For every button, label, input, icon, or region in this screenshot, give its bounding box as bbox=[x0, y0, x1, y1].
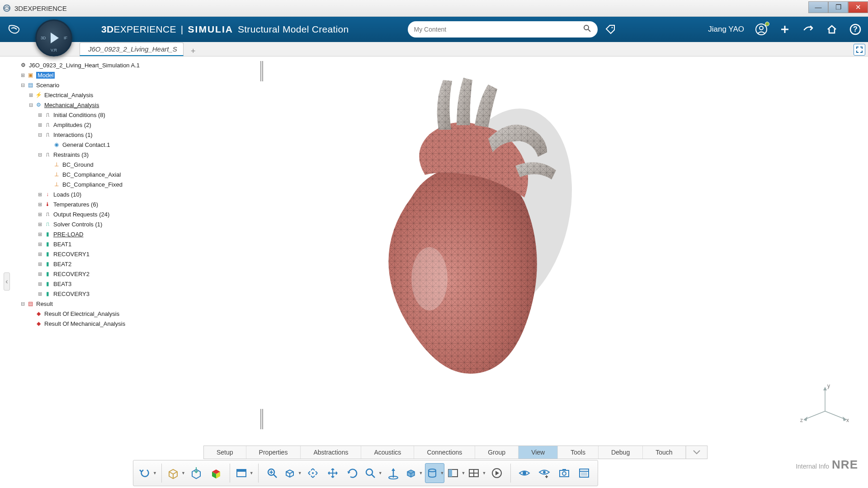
tree-expander[interactable]: ⊞ bbox=[37, 231, 42, 237]
tree-expander[interactable]: ⊞ bbox=[37, 202, 42, 207]
capture-button[interactable] bbox=[555, 463, 573, 483]
tree-expander[interactable]: ⊞ bbox=[37, 211, 42, 217]
tree-bc2[interactable]: BC_Compliance_Axial bbox=[62, 171, 121, 178]
tree-elec[interactable]: Electrical_Analysis bbox=[44, 92, 93, 99]
tree-result[interactable]: Result bbox=[36, 300, 53, 307]
tree-expander[interactable]: ⊞ bbox=[37, 122, 42, 128]
tree-res-elec[interactable]: Result Of Electrical_Analysis bbox=[44, 310, 119, 317]
center-button[interactable] bbox=[304, 463, 322, 483]
split-view-button[interactable]: ▼ bbox=[446, 463, 465, 483]
tree-beat3[interactable]: BEAT3 bbox=[53, 281, 71, 287]
ribbon-tab-abstractions[interactable]: Abstractions bbox=[301, 446, 361, 459]
tree-temps[interactable]: Temperatures (6) bbox=[53, 201, 98, 208]
axis-triad[interactable]: y x z bbox=[800, 384, 850, 425]
fullscreen-toggle-button[interactable] bbox=[854, 44, 865, 56]
share-icon[interactable] bbox=[802, 23, 815, 36]
compass-button[interactable]: 3D IF V.R bbox=[35, 19, 72, 56]
tree-expander[interactable]: ⊟ bbox=[28, 102, 33, 108]
tree-mech[interactable]: Mechanical_Analysis bbox=[44, 102, 99, 108]
undo-button[interactable]: ▼ bbox=[138, 463, 157, 483]
3d-viewport[interactable] bbox=[258, 56, 868, 434]
tree-expander[interactable]: ⊞ bbox=[37, 291, 42, 297]
ribbon-tab-tools[interactable]: Tools bbox=[558, 446, 599, 459]
tree-expander[interactable]: ⊞ bbox=[37, 221, 42, 227]
color-cube-button[interactable] bbox=[207, 463, 225, 483]
ribbon-tab-debug[interactable]: Debug bbox=[599, 446, 643, 459]
tree-expander[interactable]: ⊞ bbox=[37, 192, 42, 197]
pan-button[interactable] bbox=[324, 463, 342, 483]
ribbon-tab-group[interactable]: Group bbox=[475, 446, 519, 459]
tree-expander[interactable]: ⊞ bbox=[20, 72, 25, 78]
tree-expander[interactable]: ⊞ bbox=[37, 281, 42, 287]
tree-outreq[interactable]: Output Requests (24) bbox=[53, 211, 109, 218]
tree-rec2[interactable]: RECOVERY2 bbox=[53, 271, 90, 277]
ribbon-tab-connections[interactable]: Connections bbox=[414, 446, 475, 459]
tree-expander[interactable]: ⊞ bbox=[37, 261, 42, 267]
visibility-settings-button[interactable] bbox=[535, 463, 553, 483]
add-icon[interactable] bbox=[778, 23, 791, 36]
zoom-fit-button[interactable] bbox=[263, 463, 281, 483]
tree-expander[interactable]: ⊞ bbox=[37, 271, 42, 277]
tree-expander[interactable]: ⊟ bbox=[20, 301, 25, 307]
tree-gc[interactable]: General Contact.1 bbox=[62, 141, 110, 148]
tree-expander[interactable]: ⊞ bbox=[37, 241, 42, 247]
iso-view-button[interactable]: ▼ bbox=[283, 463, 302, 483]
search-input[interactable] bbox=[414, 26, 583, 33]
ribbon-tab-setup[interactable]: Setup bbox=[204, 446, 246, 459]
ribbon-tab-view[interactable]: View bbox=[519, 446, 558, 459]
tree-beat1[interactable]: BEAT1 bbox=[53, 241, 71, 248]
import-button[interactable] bbox=[187, 463, 205, 483]
tree-preload[interactable]: PRE-LOAD bbox=[53, 231, 83, 238]
tree-scenario[interactable]: Scenario bbox=[36, 82, 59, 89]
tree-init[interactable]: Initial Conditions (8) bbox=[53, 112, 105, 118]
tree-expander[interactable]: ⊟ bbox=[37, 132, 42, 138]
search-box[interactable] bbox=[408, 21, 598, 38]
document-tab[interactable]: J6O_0923_2_Living_Heart_S bbox=[80, 42, 184, 56]
next-button[interactable] bbox=[488, 463, 506, 483]
tree-expander[interactable]: ⊞ bbox=[37, 251, 42, 257]
render-style-button[interactable]: ▼ bbox=[404, 463, 423, 483]
ribbon-tab-properties[interactable]: Properties bbox=[246, 446, 301, 459]
ribbon-overflow-button[interactable] bbox=[686, 446, 707, 459]
tree-bc1[interactable]: BC_Ground bbox=[62, 161, 94, 168]
home-icon[interactable] bbox=[826, 23, 838, 36]
tree-solver[interactable]: Solver Controls (1) bbox=[53, 221, 102, 228]
specification-tree[interactable]: ⚙J6O_0923_2_Living_Heart_Simulation A.1 … bbox=[13, 60, 257, 328]
ds-logo-icon[interactable] bbox=[6, 22, 22, 37]
visibility-button[interactable] bbox=[515, 463, 533, 483]
rotate-button[interactable] bbox=[344, 463, 362, 483]
minimize-button[interactable]: — bbox=[808, 1, 828, 13]
tree-model[interactable]: Model bbox=[36, 72, 55, 79]
tree-bc3[interactable]: BC_Compliance_Fixed bbox=[62, 181, 123, 188]
properties-panel-button[interactable] bbox=[575, 463, 593, 483]
ribbon-tab-acoustics[interactable]: Acoustics bbox=[361, 446, 414, 459]
close-button[interactable]: ✕ bbox=[848, 1, 868, 13]
tree-inter[interactable]: Interactions (1) bbox=[53, 131, 93, 138]
zoom-button[interactable]: ▼ bbox=[363, 463, 382, 483]
tree-expander[interactable]: ⊟ bbox=[37, 152, 42, 158]
search-icon[interactable] bbox=[583, 24, 591, 35]
tree-beat2[interactable]: BEAT2 bbox=[53, 261, 71, 267]
panel-collapse-handle[interactable]: ‹ bbox=[4, 272, 10, 291]
normal-view-button[interactable] bbox=[384, 463, 402, 483]
tree-rec1[interactable]: RECOVERY1 bbox=[53, 251, 90, 258]
tree-rec3[interactable]: RECOVERY3 bbox=[53, 291, 90, 297]
quad-view-button[interactable]: ▼ bbox=[467, 463, 486, 483]
tree-expander[interactable]: ⊞ bbox=[37, 112, 42, 118]
tree-res-mech[interactable]: Result Of Mechanical_Analysis bbox=[44, 320, 125, 327]
user-avatar-icon[interactable] bbox=[755, 23, 768, 36]
tag-icon[interactable] bbox=[604, 23, 617, 36]
tree-restr[interactable]: Restraints (3) bbox=[53, 151, 89, 158]
help-icon[interactable]: ? bbox=[849, 23, 862, 36]
tree-expander[interactable]: ⊟ bbox=[20, 82, 25, 88]
tree-expander[interactable]: ⊞ bbox=[28, 92, 33, 98]
tree-loads[interactable]: Loads (10) bbox=[53, 191, 81, 198]
add-tab-button[interactable]: + bbox=[188, 47, 198, 56]
perspective-button[interactable]: ▼ bbox=[425, 463, 445, 483]
window-mode-button[interactable]: ▼ bbox=[235, 463, 254, 483]
ribbon-tab-touch[interactable]: Touch bbox=[643, 446, 685, 459]
tree-amp[interactable]: Amplitudes (2) bbox=[53, 122, 91, 128]
maximize-button[interactable]: ❐ bbox=[828, 1, 848, 13]
box-button[interactable]: ▼ bbox=[166, 463, 185, 483]
tree-root[interactable]: J6O_0923_2_Living_Heart_Simulation A.1 bbox=[29, 62, 140, 69]
